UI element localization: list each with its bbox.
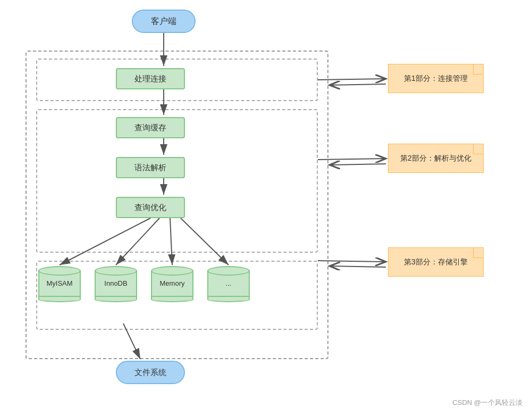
innodb-cylinder-top	[95, 266, 137, 276]
filesystem-node: 文件系统	[116, 361, 185, 384]
query-cache-node: 查询缓存	[116, 117, 185, 138]
memory-cylinder: Memory	[151, 266, 193, 302]
dots-cylinder-top	[207, 266, 250, 276]
arrow-from-note1	[330, 84, 386, 85]
dots-cylinder-bottom	[207, 297, 250, 302]
innodb-cylinder: InnoDB	[95, 266, 137, 302]
memory-cylinder-top	[151, 266, 193, 276]
diagram: 客户端 处理连接 查询缓存 语法解析 查询优化 MyISAM InnoDB Me…	[0, 0, 532, 415]
note-connection-management: 第1部分：连接管理	[388, 64, 484, 93]
note-storage-engine: 第3部分：存储引擎	[388, 247, 484, 277]
dots-cylinder: ...	[207, 266, 250, 302]
arrow-from-note3	[330, 266, 386, 267]
watermark: CSDN @一个风轻云淡	[452, 398, 522, 408]
myisam-cylinder-top	[38, 266, 81, 276]
memory-cylinder-bottom	[151, 297, 193, 302]
myisam-cylinder-bottom	[38, 297, 81, 302]
innodb-cylinder-bottom	[95, 297, 137, 302]
syntax-parse-node: 语法解析	[116, 157, 185, 178]
myisam-cylinder: MyISAM	[38, 266, 81, 302]
note-parse-optimize: 第2部分：解析与优化	[388, 144, 484, 173]
arrow-from-note2	[330, 164, 386, 165]
query-opt-node: 查询优化	[116, 197, 185, 218]
client-node: 客户端	[132, 10, 196, 33]
process-conn-node: 处理连接	[116, 68, 185, 89]
